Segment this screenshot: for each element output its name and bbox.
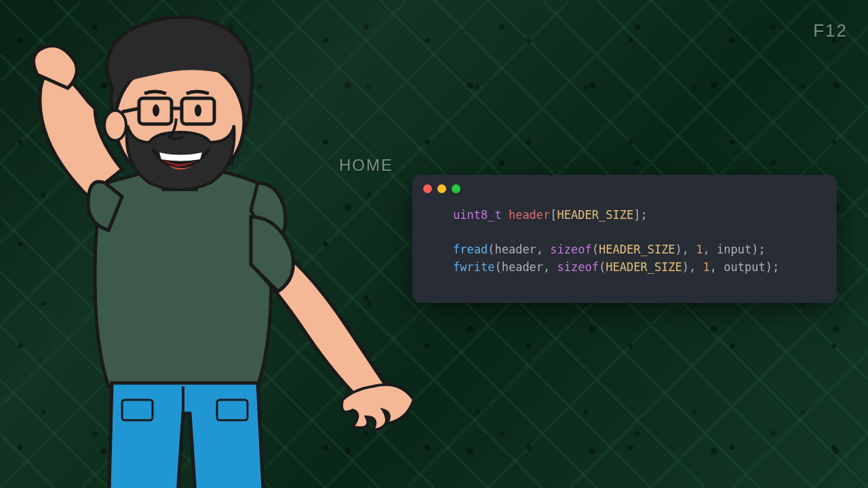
code-token: );	[766, 260, 779, 274]
code-token: 1	[703, 260, 710, 274]
code-token: 1	[696, 243, 703, 256]
code-token: )	[675, 243, 682, 256]
svg-point-9	[153, 104, 159, 117]
code-token: ,	[689, 260, 703, 274]
code-token: )	[682, 260, 689, 274]
code-token: (	[488, 243, 494, 256]
svg-point-10	[195, 104, 201, 117]
cartoon-presenter	[7, 7, 414, 488]
code-token: ,	[703, 243, 717, 256]
code-token: (	[599, 260, 606, 274]
window-controls	[412, 175, 837, 200]
code-token: ,	[710, 260, 724, 274]
code-token: fread	[453, 243, 488, 256]
code-token: HEADER_SIZE	[606, 260, 682, 274]
code-token: );	[751, 243, 765, 256]
code-token: header	[502, 260, 543, 274]
code-token: sizeof	[557, 260, 599, 274]
code-token: (	[494, 260, 501, 274]
code-token: HEADER_SIZE	[599, 243, 675, 256]
code-token: uint8_t	[453, 208, 502, 222]
code-token: (	[592, 243, 599, 256]
code-token: [	[550, 208, 557, 222]
minimize-icon[interactable]	[437, 184, 446, 193]
code-token: output	[724, 260, 765, 274]
code-token: ,	[543, 260, 557, 274]
code-token: HEADER_SIZE	[557, 208, 634, 222]
maximize-icon[interactable]	[452, 184, 460, 193]
code-token: sizeof	[550, 243, 591, 256]
code-token: header	[494, 243, 536, 256]
code-token: input	[717, 243, 751, 256]
code-content: uint8_t header[HEADER_SIZE]; fread(heade…	[412, 200, 837, 283]
code-token: ,	[536, 243, 550, 256]
code-token: header	[509, 208, 550, 222]
pcb-label-f12: F12	[813, 20, 848, 41]
code-token: ];	[633, 208, 647, 222]
close-icon[interactable]	[423, 184, 432, 193]
code-token: fwrite	[453, 260, 494, 274]
code-window: uint8_t header[HEADER_SIZE]; fread(heade…	[412, 175, 837, 303]
svg-point-4	[104, 110, 126, 140]
code-token: ,	[682, 243, 696, 256]
